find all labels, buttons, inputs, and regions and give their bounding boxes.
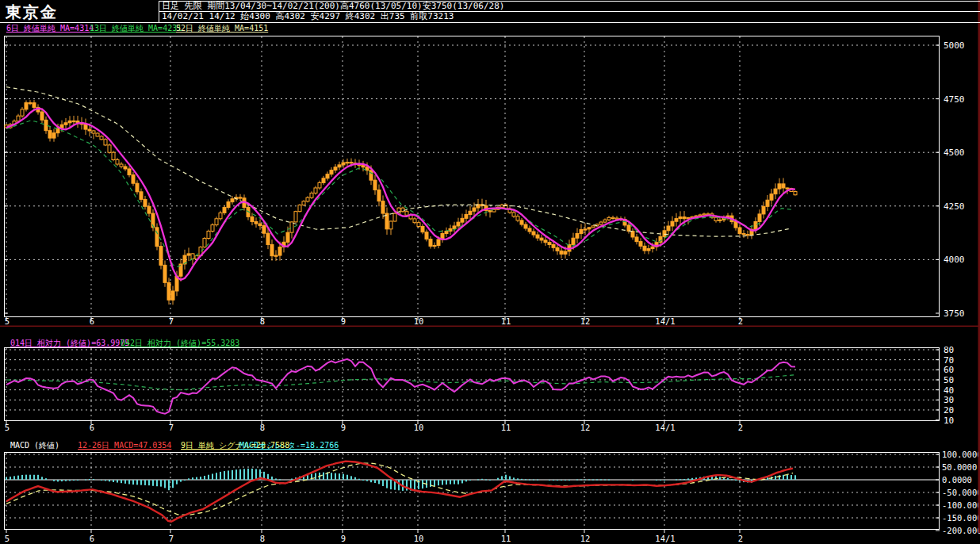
candle-body bbox=[215, 219, 218, 225]
month-label: 14/1 bbox=[655, 316, 675, 326]
histogram-bar bbox=[679, 479, 681, 480]
period-info-row: 日足 先限 期間13/04/30~14/02/21(200)高4760(13/0… bbox=[159, 2, 980, 12]
histogram-bar bbox=[239, 469, 241, 480]
candle-body bbox=[136, 183, 139, 192]
candle-body bbox=[68, 121, 71, 122]
month-label: 10 bbox=[414, 316, 424, 326]
histogram-bar bbox=[505, 475, 507, 480]
candle-body bbox=[389, 221, 392, 229]
rsi-legend: 014日 相対力 (終値)=63.9975 042日 相対力 (終値)=55.3… bbox=[0, 339, 980, 349]
candle-body bbox=[742, 234, 745, 235]
candle-body bbox=[373, 180, 377, 190]
histogram-bar bbox=[172, 480, 174, 488]
histogram-bar bbox=[61, 480, 63, 481]
candle-body bbox=[651, 247, 654, 248]
macd-legend-title: MACD (終値) bbox=[10, 441, 59, 450]
histogram-bar bbox=[434, 480, 435, 486]
histogram-bar bbox=[53, 480, 55, 481]
month-label: 6 bbox=[90, 423, 94, 432]
candle-body bbox=[536, 235, 539, 238]
candle-body bbox=[429, 239, 432, 247]
candle-body bbox=[572, 238, 575, 244]
candle-body bbox=[405, 212, 408, 216]
histogram-bar bbox=[89, 479, 90, 480]
histogram-bar bbox=[41, 477, 43, 480]
candle-body bbox=[774, 189, 777, 194]
ma52-legend: 52日 終値単純 MA=4151 bbox=[176, 24, 268, 33]
histogram-bar bbox=[113, 480, 114, 482]
candle-body bbox=[231, 199, 234, 202]
ma-legend: 6日 終値単純 MA=4314 13日 終値単純 MA=4231 52日 終値単… bbox=[0, 24, 980, 34]
candle-body bbox=[88, 129, 91, 131]
month-label: 11 bbox=[501, 423, 511, 432]
histogram-bar bbox=[727, 478, 729, 480]
month-label: 2 bbox=[738, 423, 743, 432]
candle-body bbox=[639, 242, 642, 247]
histogram-bar bbox=[489, 480, 491, 481]
rsi14-line bbox=[6, 359, 795, 414]
price-tick-label: 3750 bbox=[944, 308, 965, 319]
histogram-bar bbox=[212, 473, 213, 480]
histogram-bar bbox=[251, 469, 253, 480]
histogram-bar bbox=[370, 480, 372, 482]
histogram-bar bbox=[481, 479, 483, 480]
candle-body bbox=[255, 222, 258, 224]
candle-body bbox=[611, 217, 614, 218]
ma13-line bbox=[6, 121, 791, 266]
candle-body bbox=[266, 233, 270, 244]
candle-body bbox=[746, 235, 749, 236]
histogram-bar bbox=[791, 475, 792, 480]
histogram-bar bbox=[21, 475, 23, 480]
candle-body bbox=[588, 228, 591, 229]
histogram-bar bbox=[584, 480, 586, 481]
candle-body bbox=[159, 247, 163, 266]
histogram-bar bbox=[335, 473, 336, 480]
candle-body bbox=[607, 217, 611, 220]
candle-body bbox=[591, 226, 595, 228]
histogram-bar bbox=[156, 480, 158, 486]
histogram-bar bbox=[386, 480, 388, 488]
candle-body bbox=[675, 219, 678, 222]
macd-tick-label: -150.000 bbox=[942, 513, 980, 523]
histogram-bar bbox=[192, 477, 193, 480]
header: 東京金 日足 先限 期間13/04/30~14/02/21(200)高4760(… bbox=[0, 0, 980, 23]
candle-body bbox=[25, 103, 28, 109]
candle-body bbox=[262, 226, 266, 234]
ohlc-info-row: 14/02/21 14/12 始4300 高4302 安4297 終4302 出… bbox=[159, 12, 980, 22]
histogram-bar bbox=[608, 480, 610, 481]
histogram-bar bbox=[553, 480, 554, 481]
candle-body bbox=[108, 145, 111, 152]
candle-body bbox=[631, 231, 634, 236]
candle-body bbox=[116, 160, 119, 165]
candle-body bbox=[576, 234, 579, 239]
chart-canvas: 5000475045004250400037505678910111214/12… bbox=[0, 0, 980, 544]
histogram-bar bbox=[331, 473, 332, 480]
price-tick-label: 4750 bbox=[944, 94, 965, 105]
histogram-bar bbox=[735, 480, 737, 481]
histogram-bar bbox=[517, 478, 519, 480]
candle-body bbox=[219, 213, 222, 218]
month-label: 2 bbox=[738, 316, 743, 326]
candle-body bbox=[544, 240, 547, 243]
candle-body bbox=[714, 217, 718, 220]
candle-body bbox=[132, 175, 135, 184]
histogram-bar bbox=[232, 470, 233, 480]
histogram-bar bbox=[6, 477, 7, 480]
histogram-bar bbox=[457, 480, 459, 485]
candle-body bbox=[171, 291, 174, 300]
month-label: 14/1 bbox=[655, 534, 675, 543]
quote-info-box: 日足 先限 期間13/04/30~14/02/21(200)高4760(13/0… bbox=[159, 1, 980, 22]
histogram-bar bbox=[164, 480, 166, 488]
candle-body bbox=[560, 251, 563, 254]
candle-body bbox=[381, 201, 385, 213]
histogram-bar bbox=[469, 480, 471, 481]
histogram-bar bbox=[580, 479, 582, 480]
candle-body bbox=[453, 226, 456, 228]
histogram-bar bbox=[271, 477, 273, 480]
histogram-bar bbox=[767, 477, 768, 480]
month-label: 8 bbox=[260, 316, 265, 326]
rsi-tick-label: 10 bbox=[944, 416, 954, 426]
histogram-bar bbox=[687, 478, 689, 480]
rsi-tick-label: 30 bbox=[944, 395, 954, 405]
candle-body bbox=[84, 125, 87, 129]
